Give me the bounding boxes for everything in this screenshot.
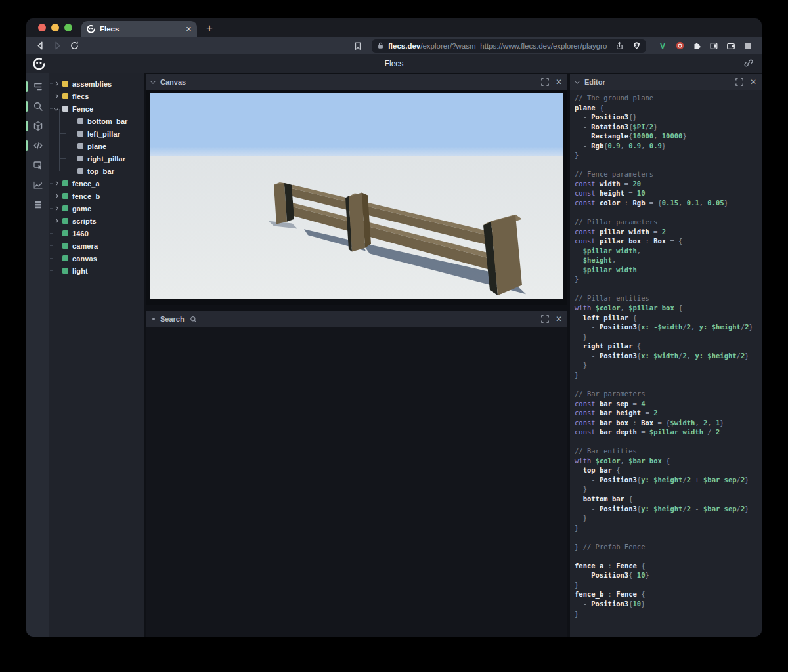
wallet-icon[interactable] [724, 39, 738, 53]
code-line: } [575, 370, 762, 380]
extensions-puzzle-icon[interactable] [690, 39, 704, 53]
tree-item-label: camera [72, 242, 98, 250]
entity-square-icon [62, 81, 68, 87]
tree-item-label: bottom_bar [87, 117, 128, 125]
chevron-down-icon[interactable] [151, 79, 156, 85]
editor-code[interactable]: // The ground planeplane { - Position3{}… [575, 93, 762, 618]
3d-scene[interactable] [150, 93, 563, 299]
bookmark-icon[interactable] [351, 39, 365, 53]
menu-icon[interactable] [741, 39, 755, 53]
tree-item-label: assemblies [72, 80, 112, 88]
browser-toolbar: flecs.dev/explorer/?wasm=https://www.fle… [26, 37, 762, 54]
forward-button[interactable] [50, 39, 64, 53]
search-panel-header: Search ✕ [146, 311, 567, 327]
tree-item-light[interactable]: light [49, 264, 144, 277]
chevron-right-icon[interactable] [54, 219, 62, 222]
tree-item-top_bar[interactable]: top_bar [49, 165, 144, 177]
tree-item-label: scripts [72, 217, 97, 225]
code-line: fence_b : Fence { [575, 589, 762, 599]
share-link-icon[interactable] [743, 58, 754, 68]
entity-square-icon [62, 268, 68, 274]
fullscreen-icon[interactable] [735, 78, 743, 86]
code-line: // Fence parameters [575, 169, 762, 179]
code-line: // Bar entities [575, 446, 762, 456]
code-line: fence_a : Fence { [575, 561, 762, 571]
rail-item-inspect[interactable] [26, 157, 49, 174]
rail-item-rows[interactable] [26, 196, 49, 213]
reload-button[interactable] [67, 39, 81, 53]
entity-square-icon [77, 168, 83, 174]
tree-item-label: top_bar [87, 167, 114, 175]
code-line [575, 551, 762, 561]
close-icon[interactable]: ✕ [556, 314, 562, 324]
code-line: // Pillar parameters [575, 217, 762, 227]
close-icon[interactable]: ✕ [750, 77, 756, 87]
new-tab-button[interactable]: + [206, 22, 213, 35]
chevron-right-icon[interactable] [54, 182, 62, 185]
chevron-right-icon[interactable] [54, 207, 62, 210]
chevron-right-icon[interactable] [54, 194, 62, 198]
back-button[interactable] [33, 39, 47, 53]
code-line [575, 379, 762, 389]
fullscreen-icon[interactable] [541, 78, 549, 86]
vue-devtools-icon[interactable]: V [655, 39, 670, 53]
tree-item-fence_a[interactable]: fence_a [49, 177, 144, 190]
tree-item-canvas[interactable]: canvas [49, 252, 144, 264]
close-window-button[interactable] [38, 24, 46, 32]
code-line: } [575, 360, 762, 370]
entity-square-icon [77, 156, 83, 161]
chevron-down-icon[interactable] [575, 79, 580, 85]
entity-tree: assembliesflecsFencebottom_barleft_pilla… [49, 73, 144, 637]
tree-item-assemblies[interactable]: assemblies [49, 77, 144, 90]
code-line: - Position3{x: $width/2, y: $height/2} [575, 351, 762, 361]
canvas-panel-header: Canvas ✕ [146, 74, 567, 90]
rail-item-hierarchy[interactable] [26, 78, 49, 95]
tree-item-game[interactable]: game [49, 202, 144, 215]
code-line: const color : Rgb = {0.15, 0.1, 0.05} [575, 198, 762, 208]
code-line: } [575, 484, 762, 494]
tree-item-1460[interactable]: 1460 [49, 227, 144, 240]
code-line: - Position3{y: $height/2 + $bar_sep/2} [575, 475, 762, 485]
code-line: $height, [575, 255, 762, 265]
code-line: right_pillar { [575, 341, 762, 351]
app-header: Flecs [26, 54, 762, 73]
minimize-window-button[interactable] [51, 24, 59, 32]
zoom-window-button[interactable] [64, 24, 72, 32]
tree-item-label: Fence [72, 105, 93, 113]
close-icon[interactable]: ✕ [556, 77, 562, 87]
rail-item-code[interactable] [26, 137, 49, 154]
code-line: } [575, 332, 762, 342]
tree-item-flecs[interactable]: flecs [49, 90, 144, 102]
tree-item-label: 1460 [72, 230, 89, 238]
tree-item-scripts[interactable]: scripts [49, 215, 144, 227]
browser-tab-bar: Flecs ✕ + [26, 18, 762, 37]
extension-badge-icon[interactable] [672, 39, 687, 53]
canvas-panel-title: Canvas [160, 78, 186, 86]
tree-item-label: canvas [72, 255, 97, 262]
sidebar-toggle-icon[interactable] [707, 39, 721, 53]
brave-shield-icon[interactable] [632, 41, 641, 50]
bullet-icon[interactable] [152, 318, 155, 320]
code-line [575, 284, 762, 294]
rail-item-chart[interactable] [26, 177, 49, 194]
rail-item-cube[interactable] [26, 117, 49, 135]
editor-body[interactable]: // The ground planeplane { - Position3{}… [570, 90, 762, 637]
divider [628, 41, 628, 51]
fullscreen-icon[interactable] [541, 315, 549, 323]
canvas-viewport[interactable] [146, 90, 567, 304]
rail-item-search[interactable] [26, 98, 49, 115]
chevron-right-icon[interactable] [54, 94, 62, 98]
tree-item-fence_b[interactable]: fence_b [49, 190, 144, 202]
tree-item-label: fence_b [72, 192, 100, 200]
entity-square-icon [77, 131, 83, 136]
code-line: const bar_depth = $pillar_width / 2 [575, 427, 762, 437]
url-bar[interactable]: flecs.dev/explorer/?wasm=https://www.fle… [372, 39, 646, 52]
tab-close-icon[interactable]: ✕ [186, 25, 192, 33]
share-icon[interactable] [615, 41, 624, 50]
code-line: $pillar_width [575, 265, 762, 275]
entity-square-icon [62, 180, 68, 186]
chevron-right-icon[interactable] [54, 82, 62, 85]
tree-item-camera[interactable]: camera [49, 240, 144, 252]
browser-tab[interactable]: Flecs ✕ [81, 21, 197, 37]
search-panel-body[interactable] [146, 327, 567, 637]
